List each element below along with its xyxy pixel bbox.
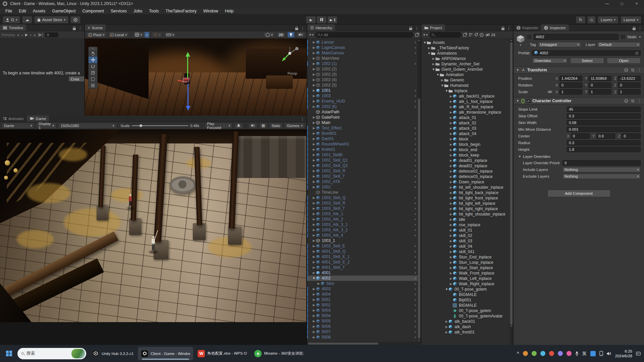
expand-arrow-icon[interactable]: ▶ [312, 287, 316, 291]
expand-arrow-icon[interactable]: ▶ [312, 132, 316, 135]
overrides-dropdown[interactable]: Overrides▾ [532, 58, 568, 63]
tray-icon-messenger[interactable] [590, 351, 596, 356]
project-item-hit_light_left_inplace[interactable]: ▶hit_light_left_inplace [421, 201, 513, 206]
expand-arrow-icon[interactable]: ▶ [449, 148, 453, 152]
taskbar-app-unityhub[interactable]: Unity Hub 3.3.2-c1 [89, 347, 137, 360]
expand-arrow-icon[interactable]: ▶ [449, 218, 453, 221]
help-icon[interactable]: ? [624, 68, 628, 72]
project-item-attack_03[interactable]: ▶attack_03 [421, 126, 513, 131]
project-item-Inplace[interactable]: ▼Inplace [421, 88, 513, 94]
hierarchy-item-5005[interactable]: ▶5005› [307, 318, 421, 324]
prefab-chevron-icon[interactable]: › [415, 153, 416, 157]
search-by-label-icon[interactable] [474, 33, 478, 37]
tab-game[interactable]: Game [27, 115, 49, 122]
prefab-chevron-icon[interactable]: › [415, 287, 416, 291]
scene-viewport[interactable]: Persp ≡ [85, 39, 307, 116]
prefab-open-button[interactable]: Open [607, 58, 641, 64]
expand-arrow-icon[interactable]: ▶ [312, 196, 316, 199]
hierarchy-item-Bomb01[interactable]: ▶Bomb01› [307, 131, 421, 136]
project-item-hit_light_shoulder_inplace[interactable]: ▶hit_light_shoulder_inplace [421, 212, 513, 217]
project-item-atk_back01[interactable]: ▶atk_back01 [421, 319, 513, 324]
grid-visibility-toggle[interactable]: Y ▾ [133, 32, 150, 38]
minimize-button[interactable]: — [600, 0, 614, 7]
static-checkbox[interactable] [621, 35, 625, 39]
expand-arrow-icon[interactable]: ▶ [312, 73, 316, 76]
expand-arrow-icon[interactable]: ▶ [427, 46, 431, 50]
hierarchy-item-MainView[interactable]: ▶MainView [307, 56, 421, 61]
prefab-chevron-icon[interactable]: › [415, 281, 416, 286]
layers-dropdown[interactable]: Layers▾ [598, 16, 619, 23]
hierarchy-item-1003_Atk_3_1[interactable]: ▶1003_Atk_3_1› [307, 222, 421, 227]
presets-icon[interactable] [631, 68, 635, 72]
tray-icon-red[interactable] [549, 351, 554, 356]
project-item-block[interactable]: ▶block [421, 136, 513, 142]
expand-arrow-icon[interactable]: ▶ [449, 186, 453, 189]
prefab-chevron-icon[interactable]: › [415, 265, 416, 270]
expand-arrow-icon[interactable]: ▶ [312, 94, 316, 98]
expand-arrow-icon[interactable]: ▶ [312, 255, 316, 258]
prefab-chevron-icon[interactable]: › [415, 185, 416, 189]
transform-position-z-field[interactable]: -13.6322 [618, 76, 641, 81]
project-item-skill_03[interactable]: ▶skill_03 [421, 238, 513, 244]
project-item-Down_inplace[interactable]: ▶Down_inplace [421, 179, 513, 185]
pause-button[interactable] [317, 16, 327, 23]
expand-arrow-icon[interactable]: ▶ [449, 255, 453, 259]
prefab-chevron-icon[interactable]: › [415, 303, 416, 307]
prefab-chevron-icon[interactable]: › [415, 335, 416, 339]
expand-arrow-icon[interactable]: ▶ [312, 319, 316, 323]
expand-arrow-icon[interactable]: ▶ [312, 266, 316, 269]
kebab-menu-icon[interactable]: ⋮ [637, 99, 641, 103]
expand-arrow-icon[interactable]: ▶ [312, 153, 316, 157]
prefab-chevron-icon[interactable]: › [415, 206, 416, 211]
transform-scale-y-field[interactable]: 1 [589, 89, 611, 95]
prefab-chevron-icon[interactable]: › [415, 260, 416, 264]
timeline-preview-button[interactable]: Preview [2, 33, 15, 37]
cc-field-value[interactable]: 0.08 [567, 120, 641, 125]
expand-arrow-icon[interactable]: ▶ [449, 105, 453, 109]
hierarchy-add-button[interactable]: +▾ [309, 32, 314, 37]
menu-item-edit[interactable]: Edit [15, 7, 30, 15]
perspective-label[interactable]: Persp [287, 71, 297, 75]
gizmo-z-axis[interactable] [187, 84, 189, 107]
expand-arrow-icon[interactable]: ▶ [449, 191, 453, 194]
transform-tool[interactable] [89, 82, 97, 88]
expand-arrow-icon[interactable]: ▶ [312, 89, 316, 92]
expand-arrow-icon[interactable]: ▶ [445, 320, 448, 323]
hierarchy-item-5004[interactable]: ▶5004› [307, 313, 421, 318]
tray-icon-pink[interactable] [567, 351, 572, 356]
expand-arrow-icon[interactable]: ▶ [312, 67, 316, 71]
expand-arrow-icon[interactable]: ▶ [312, 260, 316, 264]
expand-arrow-icon[interactable]: ▶ [312, 330, 316, 334]
prefab-chevron-icon[interactable]: › [415, 99, 416, 104]
grid-dropdown[interactable]: ▾ [145, 32, 150, 38]
hierarchy-item-4001_Skill_E_1[interactable]: ▶4001_Skill_E_1› [307, 254, 421, 259]
vsync-toggle[interactable]: ▦ [259, 123, 267, 129]
project-item-Bip001[interactable]: Bip001 [421, 297, 513, 303]
project-item-00_T-pose_golem[interactable]: 00_T-pose_golem [421, 308, 513, 313]
hierarchy-item-1002-5-[interactable]: ▶1002 (5) [307, 82, 421, 88]
tab-inspector-1[interactable]: i Inspector [514, 24, 541, 31]
expand-arrow-icon[interactable]: ▶ [449, 154, 453, 157]
snap-settings-dropdown[interactable]: ▾ [164, 32, 176, 38]
hierarchy-item-TimeLine[interactable]: TimeLine [307, 190, 421, 195]
prefab-select-button[interactable]: Select [570, 58, 604, 64]
project-item-skill_041[interactable]: ▶skill_041 [421, 249, 513, 254]
hierarchy-item-Knife01[interactable]: ▶Knife01› [307, 147, 421, 152]
hierarchy-item-GatePoint[interactable]: ▶GatePoint [307, 115, 421, 120]
expand-arrow-icon[interactable]: ▶ [312, 314, 316, 317]
kebab-menu-icon[interactable]: ⋮ [507, 26, 511, 31]
project-item-defence02_inplace[interactable]: ▶defence02_inplace [421, 169, 513, 174]
tag-dropdown[interactable]: Untagged▾ [538, 42, 581, 47]
cc-center-x-field[interactable]: 0 [571, 133, 590, 139]
gizmo-y-axis[interactable] [187, 56, 188, 78]
prefab-chevron-icon[interactable]: › [415, 228, 416, 232]
expand-arrow-icon[interactable]: ▶ [449, 164, 453, 168]
timeline-prev-frame-button[interactable]: ‹ [21, 33, 23, 37]
timeline-goto-end-button[interactable]: » [34, 33, 36, 37]
tab-animator[interactable]: Animator [0, 115, 27, 122]
prefab-chevron-icon[interactable]: › [415, 249, 416, 254]
hierarchy-item-1002-3-[interactable]: ▶1002 (3) [307, 72, 421, 77]
expand-arrow-icon[interactable]: ▶ [312, 100, 316, 103]
prefab-chevron-icon[interactable]: › [415, 126, 416, 130]
expand-arrow-icon[interactable]: ▶ [312, 51, 316, 55]
